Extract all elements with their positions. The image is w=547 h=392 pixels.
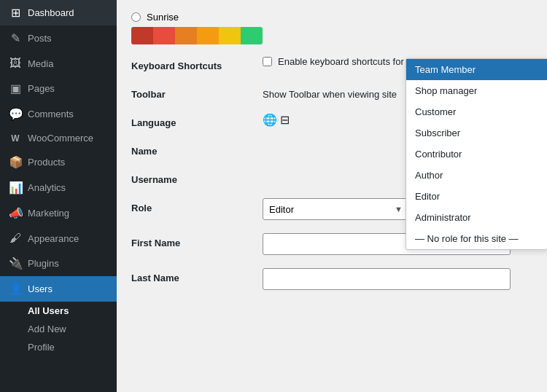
- role-select[interactable]: Editor: [263, 198, 408, 220]
- dropdown-item-author[interactable]: Author: [406, 165, 547, 186]
- swatch-5: [241, 27, 263, 44]
- comments-icon: 💬: [9, 107, 22, 121]
- swatch-2: [175, 27, 197, 44]
- sidebar-item-label: Comments: [28, 109, 74, 119]
- last-name-input[interactable]: [263, 268, 511, 290]
- marketing-icon: 📣: [9, 206, 22, 220]
- sidebar-item-analytics[interactable]: 📊 Analytics: [0, 175, 117, 200]
- dropdown-item-customer[interactable]: Customer: [406, 101, 547, 122]
- language-icons: 🌐 ⊟: [263, 114, 290, 126]
- posts-icon: ✎: [9, 31, 22, 45]
- sidebar-item-label: Plugins: [28, 258, 59, 269]
- sidebar-item-label: Posts: [28, 33, 52, 44]
- users-submenu: All Users Add New Profile: [0, 302, 117, 356]
- users-icon: 👤: [9, 282, 22, 296]
- products-icon: 📦: [9, 155, 22, 169]
- dropdown-item-editor[interactable]: Editor: [406, 186, 547, 207]
- toolbar-text: Show Toolbar when viewing: [263, 89, 382, 100]
- sidebar-item-label: Users: [28, 283, 53, 294]
- sidebar-item-plugins[interactable]: 🔌 Plugins: [0, 251, 117, 276]
- sidebar-item-posts[interactable]: ✎ Posts: [0, 26, 117, 51]
- swatch-4: [219, 27, 241, 44]
- swatch-1: [153, 27, 175, 44]
- dashboard-icon: ⊞: [9, 6, 22, 20]
- sidebar-item-label: Pages: [28, 83, 55, 94]
- first-name-label: First Name: [131, 233, 263, 248]
- sidebar-item-dashboard[interactable]: ⊞ Dashboard: [0, 0, 117, 26]
- main-content: Sunrise Keyboard Shortcuts Enable keyboa…: [117, 0, 547, 392]
- submenu-profile[interactable]: Profile: [0, 338, 117, 356]
- sidebar-item-label: Products: [28, 157, 65, 168]
- sidebar-item-label: Dashboard: [28, 7, 74, 18]
- sunrise-label: Sunrise: [147, 12, 179, 23]
- swatch-3: [197, 27, 219, 44]
- woocommerce-icon: W: [9, 133, 22, 144]
- role-label: Role: [131, 198, 263, 213]
- sidebar-item-appearance[interactable]: 🖌 Appearance: [0, 226, 117, 251]
- role-select-wrapper: Editor ▼: [263, 198, 408, 220]
- dropdown-item-contributor[interactable]: Contributor: [406, 144, 547, 165]
- pages-icon: ▣: [9, 82, 22, 95]
- sunrise-radio-row: Sunrise: [131, 12, 532, 23]
- dropdown-item-no-role[interactable]: — No role for this site —: [406, 228, 547, 249]
- sidebar-item-label: WooCommerce: [28, 133, 93, 144]
- sidebar-item-products[interactable]: 📦 Products: [0, 149, 117, 175]
- submenu-all-users[interactable]: All Users: [0, 302, 117, 320]
- dropdown-item-shop-manager[interactable]: Shop manager: [406, 80, 547, 101]
- sidebar-item-media[interactable]: 🖼 Media: [0, 51, 117, 76]
- submenu-add-new[interactable]: Add New: [0, 320, 117, 338]
- sidebar-item-woocommerce[interactable]: W WooCommerce: [0, 127, 117, 149]
- sidebar-item-users[interactable]: 👤 Users: [0, 276, 117, 302]
- sidebar-item-comments[interactable]: 💬 Comments: [0, 101, 117, 127]
- analytics-icon: 📊: [9, 181, 22, 195]
- toolbar-site: site: [382, 89, 397, 100]
- last-name-label: Last Name: [131, 268, 263, 283]
- sunrise-radio[interactable]: [131, 12, 141, 22]
- dropdown-item-subscriber[interactable]: Subscriber: [406, 122, 547, 144]
- language-label: Language: [131, 113, 263, 128]
- sidebar: ⊞ Dashboard ✎ Posts 🖼 Media ▣ Pages 💬 Co…: [0, 0, 117, 392]
- dropdown-item-team-member[interactable]: Team Member: [406, 59, 547, 80]
- media-icon: 🖼: [9, 57, 22, 70]
- role-dropdown-menu: Team Member Shop manager Customer Subscr…: [406, 58, 547, 250]
- sidebar-item-pages[interactable]: ▣ Pages: [0, 76, 117, 101]
- color-swatches: [131, 27, 263, 44]
- sidebar-item-label: Appearance: [28, 233, 79, 244]
- toolbar-label: Toolbar: [131, 85, 263, 100]
- keyboard-shortcuts-label: Keyboard Shortcuts: [131, 56, 263, 71]
- last-name-row: Last Name: [131, 268, 532, 290]
- keyboard-shortcuts-checkbox[interactable]: [263, 57, 272, 66]
- swatch-0: [131, 27, 153, 44]
- sidebar-item-marketing[interactable]: 📣 Marketing: [0, 200, 117, 226]
- dropdown-item-administrator[interactable]: Administrator: [406, 207, 547, 228]
- plugins-icon: 🔌: [9, 256, 22, 270]
- sidebar-item-label: Marketing: [28, 208, 69, 219]
- appearance-icon: 🖌: [9, 232, 22, 245]
- sidebar-item-label: Analytics: [28, 182, 66, 193]
- username-label: Username: [131, 170, 263, 185]
- sidebar-item-label: Media: [28, 58, 53, 69]
- name-label: Name: [131, 141, 263, 157]
- last-name-value: [263, 268, 532, 290]
